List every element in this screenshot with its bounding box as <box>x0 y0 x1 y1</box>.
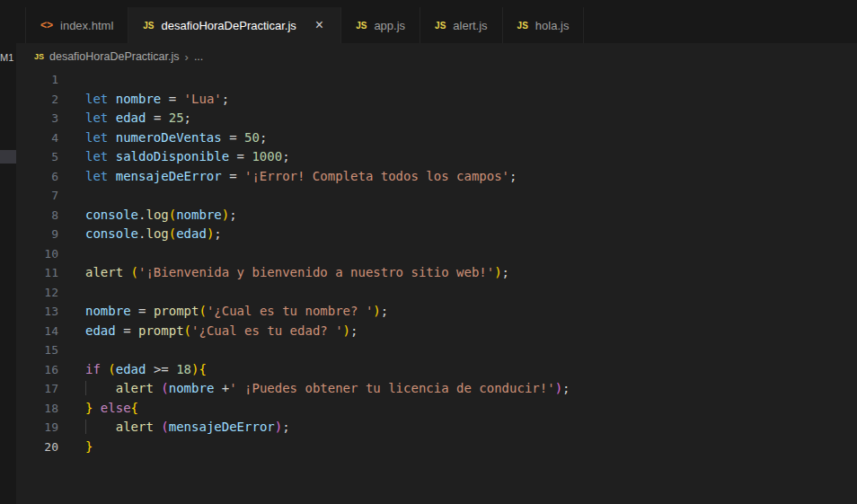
code-token: = <box>229 130 244 145</box>
code-token: 18 <box>176 362 191 376</box>
code-token: let <box>85 92 116 106</box>
tab-bar-region: <>index.htmlJSdesafioHoraDePracticar.js×… <box>0 0 857 43</box>
code-token: ; <box>381 304 388 318</box>
code-line[interactable]: 3let edad = 25; <box>16 109 857 128</box>
left-strip-selection <box>0 150 16 164</box>
code-token: console <box>85 226 138 241</box>
js-icon: JS <box>517 21 528 31</box>
code-token: = <box>237 149 252 164</box>
line-content: let numeroDeVentas = 50; <box>85 128 267 148</box>
code-token: + <box>222 381 229 395</box>
code-token: alert <box>85 265 131 279</box>
line-number[interactable]: 6 <box>16 167 58 187</box>
left-edge-strip: M1 <box>0 43 16 504</box>
code-line[interactable]: 12 <box>16 283 857 303</box>
line-number[interactable]: 2 <box>16 90 58 110</box>
code-token: } <box>85 401 101 415</box>
line-number[interactable]: 9 <box>16 225 58 244</box>
line-number[interactable]: 20 <box>16 438 58 457</box>
code-token: ( <box>131 265 138 279</box>
code-line[interactable]: 18} else{ <box>16 399 857 419</box>
line-number[interactable]: 13 <box>16 302 58 322</box>
code-token: ; <box>214 226 221 241</box>
js-icon: JS <box>143 21 154 31</box>
close-tab-icon[interactable]: × <box>313 17 326 33</box>
code-token: ; <box>562 381 570 395</box>
code-line[interactable]: 15 <box>16 340 857 360</box>
tab-bar: <>index.htmlJSdesafioHoraDePracticar.js×… <box>25 7 584 43</box>
code-line[interactable]: 17 alert (nombre +' ¡Puedes obtener tu l… <box>16 379 857 399</box>
line-number[interactable]: 17 <box>16 379 58 399</box>
line-number[interactable]: 7 <box>16 186 58 206</box>
code-line[interactable]: 6let mensajeDeError = '¡Error! Completa … <box>16 167 857 187</box>
code-token: if <box>85 362 108 376</box>
line-number[interactable]: 11 <box>16 263 58 283</box>
line-number[interactable]: 14 <box>16 322 58 341</box>
js-icon: JS <box>435 21 446 31</box>
line-number[interactable]: 12 <box>16 283 58 303</box>
code-area[interactable]: 12let nombre = 'Lua';3let edad = 25;4let… <box>16 70 857 456</box>
code-token: edad <box>85 323 123 338</box>
code-line[interactable]: 11alert ('¡Bienvenida y bienvenido a nue… <box>16 263 857 283</box>
tab-hola.js[interactable]: JShola.js <box>503 7 585 43</box>
tab-alert.js[interactable]: JSalert.js <box>420 7 503 43</box>
tab-index.html[interactable]: <>index.html <box>26 7 128 43</box>
html-icon: <> <box>40 19 53 31</box>
js-file-icon: JS <box>34 52 44 61</box>
code-line[interactable]: 20} <box>16 438 857 457</box>
code-token: ) <box>555 381 562 395</box>
left-strip-label: M1 <box>0 52 13 63</box>
code-line[interactable]: 9console.log(edad); <box>16 225 857 244</box>
line-number[interactable]: 19 <box>16 418 58 438</box>
tab-desafioHoraDePracticar.js[interactable]: JSdesafioHoraDePracticar.js× <box>128 7 341 43</box>
line-number[interactable]: 5 <box>16 147 58 167</box>
line-content: alert ('¡Bienvenida y bienvenido a nuest… <box>85 263 509 283</box>
line-number[interactable]: 3 <box>16 109 58 128</box>
code-line[interactable]: 4let numeroDeVentas = 50; <box>16 128 857 148</box>
code-token: prompt <box>138 323 184 338</box>
code-token: = <box>229 169 244 183</box>
code-line[interactable]: 2let nombre = 'Lua'; <box>16 90 857 110</box>
tab-app.js[interactable]: JSapp.js <box>341 7 420 43</box>
code-token: edad <box>116 111 154 125</box>
code-token: log <box>146 208 168 222</box>
code-line[interactable]: 13nombre = prompt('¿Cual es tu nombre? '… <box>16 302 857 322</box>
code-line[interactable]: 1 <box>16 70 857 90</box>
code-line[interactable]: 19 alert (mensajeDeError); <box>16 418 857 438</box>
line-content: nombre = prompt('¿Cual es tu nombre? '); <box>85 302 388 322</box>
code-line[interactable]: 5let saldoDisponible = 1000; <box>16 147 857 167</box>
line-number[interactable]: 16 <box>16 360 58 380</box>
code-token: 50 <box>244 130 260 145</box>
line-number[interactable]: 10 <box>16 244 58 264</box>
code-token: numeroDeVentas <box>116 130 229 145</box>
code-line[interactable]: 16if (edad >= 18){ <box>16 360 857 380</box>
code-token: ' ¡Puedes obtener tu licencia de conduci… <box>229 381 554 395</box>
code-token: ( <box>184 323 191 338</box>
line-number[interactable]: 15 <box>16 340 58 360</box>
line-content: console.log(edad); <box>85 225 222 244</box>
code-token: saldoDisponible <box>116 149 237 164</box>
code-token: ) <box>222 208 229 222</box>
line-number[interactable]: 18 <box>16 399 58 419</box>
line-number[interactable]: 4 <box>16 128 58 148</box>
code-token: ; <box>509 169 517 183</box>
code-line[interactable]: 10 <box>16 244 857 264</box>
code-token: console <box>85 208 138 222</box>
code-token: prompt <box>154 304 199 318</box>
code-token: mensajeDeError <box>169 420 275 434</box>
breadcrumb-more[interactable]: ... <box>194 50 203 63</box>
code-line[interactable]: 14edad = prompt('¿Cual es tu edad? '); <box>16 322 857 341</box>
breadcrumb-file[interactable]: desafioHoraDePracticar.js <box>49 50 180 63</box>
code-token: ( <box>161 420 168 434</box>
code-token: ( <box>169 226 176 241</box>
line-number[interactable]: 8 <box>16 206 58 225</box>
code-token: ( <box>108 362 115 376</box>
line-content: } <box>85 438 93 457</box>
code-line[interactable]: 8console.log(nombre); <box>16 206 857 225</box>
tab-label: alert.js <box>453 19 487 32</box>
code-line[interactable]: 7 <box>16 186 857 206</box>
line-number[interactable]: 1 <box>16 70 58 90</box>
code-token: = <box>138 304 154 318</box>
code-token: edad <box>116 362 154 376</box>
code-token: ; <box>184 111 191 125</box>
